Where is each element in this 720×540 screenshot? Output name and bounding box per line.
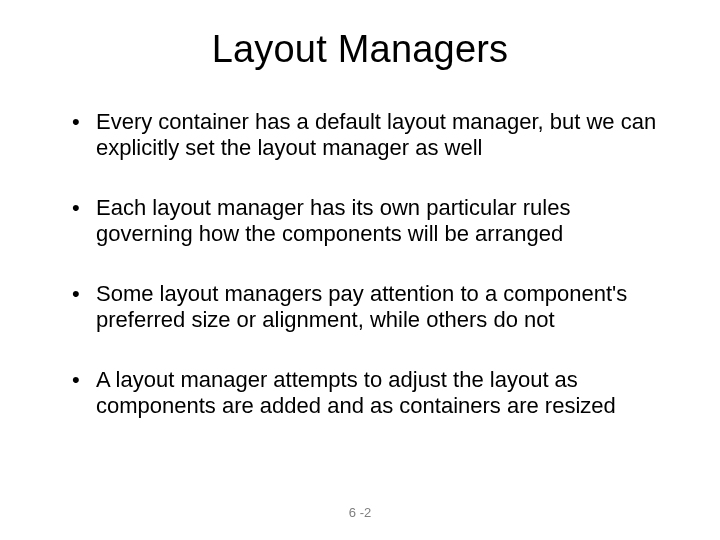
slide-title: Layout Managers bbox=[60, 28, 660, 71]
slide: Layout Managers Every container has a de… bbox=[0, 0, 720, 540]
list-item: Each layout manager has its own particul… bbox=[72, 195, 660, 247]
slide-number: 6 -2 bbox=[0, 505, 720, 520]
list-item: A layout manager attempts to adjust the … bbox=[72, 367, 660, 419]
list-item: Every container has a default layout man… bbox=[72, 109, 660, 161]
bullet-list: Every container has a default layout man… bbox=[60, 109, 660, 419]
list-item: Some layout managers pay attention to a … bbox=[72, 281, 660, 333]
